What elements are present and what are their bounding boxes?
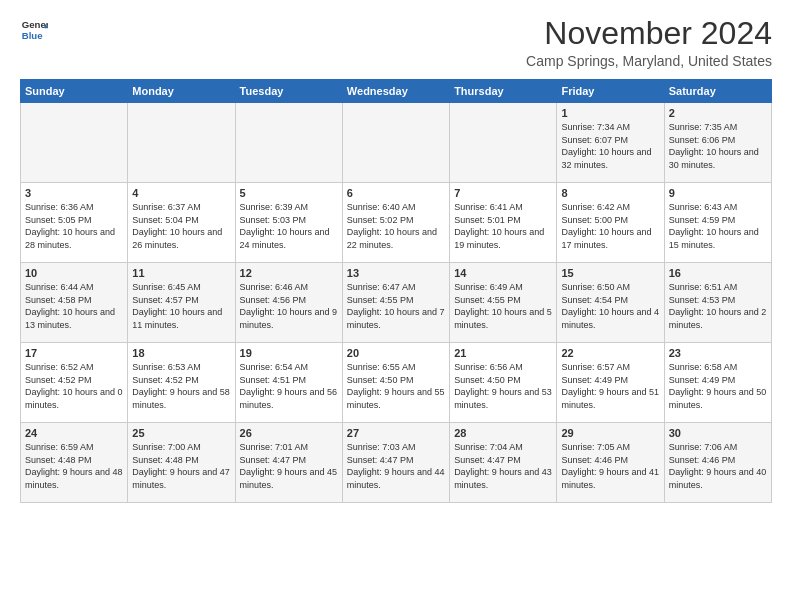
column-header-saturday: Saturday — [664, 80, 771, 103]
header: General Blue November 2024 Camp Springs,… — [20, 16, 772, 69]
calendar-cell: 5Sunrise: 6:39 AMSunset: 5:03 PMDaylight… — [235, 183, 342, 263]
calendar-cell: 7Sunrise: 6:41 AMSunset: 5:01 PMDaylight… — [450, 183, 557, 263]
cell-content: Sunrise: 6:53 AMSunset: 4:52 PMDaylight:… — [132, 361, 230, 411]
cell-line: Sunset: 4:47 PM — [240, 454, 338, 467]
cell-content: Sunrise: 6:47 AMSunset: 4:55 PMDaylight:… — [347, 281, 445, 331]
calendar-cell: 18Sunrise: 6:53 AMSunset: 4:52 PMDayligh… — [128, 343, 235, 423]
cell-line: Sunrise: 6:40 AM — [347, 201, 445, 214]
cell-line: Sunset: 4:55 PM — [347, 294, 445, 307]
calendar-cell: 20Sunrise: 6:55 AMSunset: 4:50 PMDayligh… — [342, 343, 449, 423]
calendar-week-1: 1Sunrise: 7:34 AMSunset: 6:07 PMDaylight… — [21, 103, 772, 183]
day-number: 28 — [454, 427, 552, 439]
cell-content: Sunrise: 6:51 AMSunset: 4:53 PMDaylight:… — [669, 281, 767, 331]
cell-line: Daylight: 9 hours and 51 minutes. — [561, 386, 659, 411]
calendar-page: General Blue November 2024 Camp Springs,… — [0, 0, 792, 519]
cell-line: Daylight: 10 hours and 30 minutes. — [669, 146, 767, 171]
day-number: 10 — [25, 267, 123, 279]
cell-line: Daylight: 9 hours and 48 minutes. — [25, 466, 123, 491]
cell-content: Sunrise: 6:45 AMSunset: 4:57 PMDaylight:… — [132, 281, 230, 331]
calendar-cell: 30Sunrise: 7:06 AMSunset: 4:46 PMDayligh… — [664, 423, 771, 503]
cell-line: Daylight: 9 hours and 45 minutes. — [240, 466, 338, 491]
cell-line: Daylight: 10 hours and 28 minutes. — [25, 226, 123, 251]
cell-line: Daylight: 9 hours and 40 minutes. — [669, 466, 767, 491]
column-header-tuesday: Tuesday — [235, 80, 342, 103]
calendar-header-row: SundayMondayTuesdayWednesdayThursdayFrid… — [21, 80, 772, 103]
cell-line: Daylight: 10 hours and 0 minutes. — [25, 386, 123, 411]
calendar-cell: 19Sunrise: 6:54 AMSunset: 4:51 PMDayligh… — [235, 343, 342, 423]
calendar-cell: 28Sunrise: 7:04 AMSunset: 4:47 PMDayligh… — [450, 423, 557, 503]
column-header-friday: Friday — [557, 80, 664, 103]
calendar-week-3: 10Sunrise: 6:44 AMSunset: 4:58 PMDayligh… — [21, 263, 772, 343]
cell-line: Sunrise: 6:54 AM — [240, 361, 338, 374]
cell-content: Sunrise: 6:42 AMSunset: 5:00 PMDaylight:… — [561, 201, 659, 251]
cell-line: Daylight: 10 hours and 13 minutes. — [25, 306, 123, 331]
calendar-cell: 15Sunrise: 6:50 AMSunset: 4:54 PMDayligh… — [557, 263, 664, 343]
cell-line: Sunset: 4:50 PM — [454, 374, 552, 387]
cell-line: Sunrise: 6:36 AM — [25, 201, 123, 214]
day-number: 8 — [561, 187, 659, 199]
calendar-cell: 17Sunrise: 6:52 AMSunset: 4:52 PMDayligh… — [21, 343, 128, 423]
calendar-cell: 9Sunrise: 6:43 AMSunset: 4:59 PMDaylight… — [664, 183, 771, 263]
day-number: 7 — [454, 187, 552, 199]
calendar-cell: 3Sunrise: 6:36 AMSunset: 5:05 PMDaylight… — [21, 183, 128, 263]
day-number: 22 — [561, 347, 659, 359]
cell-line: Daylight: 9 hours and 56 minutes. — [240, 386, 338, 411]
calendar-cell — [128, 103, 235, 183]
day-number: 16 — [669, 267, 767, 279]
calendar-cell: 27Sunrise: 7:03 AMSunset: 4:47 PMDayligh… — [342, 423, 449, 503]
logo: General Blue — [20, 16, 48, 44]
cell-content: Sunrise: 6:52 AMSunset: 4:52 PMDaylight:… — [25, 361, 123, 411]
day-number: 27 — [347, 427, 445, 439]
cell-line: Sunset: 5:02 PM — [347, 214, 445, 227]
cell-line: Sunrise: 7:04 AM — [454, 441, 552, 454]
calendar-cell — [235, 103, 342, 183]
calendar-cell — [342, 103, 449, 183]
cell-content: Sunrise: 7:34 AMSunset: 6:07 PMDaylight:… — [561, 121, 659, 171]
cell-line: Sunset: 6:06 PM — [669, 134, 767, 147]
day-number: 2 — [669, 107, 767, 119]
cell-line: Sunrise: 7:06 AM — [669, 441, 767, 454]
cell-line: Sunset: 4:49 PM — [669, 374, 767, 387]
cell-line: Sunset: 4:46 PM — [561, 454, 659, 467]
calendar-cell: 26Sunrise: 7:01 AMSunset: 4:47 PMDayligh… — [235, 423, 342, 503]
column-header-monday: Monday — [128, 80, 235, 103]
cell-line: Sunrise: 7:03 AM — [347, 441, 445, 454]
cell-line: Sunset: 4:47 PM — [347, 454, 445, 467]
cell-line: Sunrise: 7:34 AM — [561, 121, 659, 134]
cell-line: Daylight: 9 hours and 41 minutes. — [561, 466, 659, 491]
cell-line: Sunrise: 6:43 AM — [669, 201, 767, 214]
cell-line: Daylight: 10 hours and 24 minutes. — [240, 226, 338, 251]
cell-line: Sunrise: 6:49 AM — [454, 281, 552, 294]
cell-line: Sunset: 4:59 PM — [669, 214, 767, 227]
cell-content: Sunrise: 6:56 AMSunset: 4:50 PMDaylight:… — [454, 361, 552, 411]
cell-content: Sunrise: 7:35 AMSunset: 6:06 PMDaylight:… — [669, 121, 767, 171]
cell-line: Daylight: 10 hours and 26 minutes. — [132, 226, 230, 251]
day-number: 18 — [132, 347, 230, 359]
cell-line: Sunset: 5:00 PM — [561, 214, 659, 227]
cell-content: Sunrise: 6:55 AMSunset: 4:50 PMDaylight:… — [347, 361, 445, 411]
cell-line: Sunrise: 6:41 AM — [454, 201, 552, 214]
cell-line: Daylight: 10 hours and 9 minutes. — [240, 306, 338, 331]
cell-line: Daylight: 9 hours and 44 minutes. — [347, 466, 445, 491]
cell-content: Sunrise: 6:41 AMSunset: 5:01 PMDaylight:… — [454, 201, 552, 251]
cell-line: Sunrise: 6:57 AM — [561, 361, 659, 374]
cell-content: Sunrise: 6:39 AMSunset: 5:03 PMDaylight:… — [240, 201, 338, 251]
day-number: 1 — [561, 107, 659, 119]
cell-line: Daylight: 10 hours and 22 minutes. — [347, 226, 445, 251]
day-number: 6 — [347, 187, 445, 199]
day-number: 30 — [669, 427, 767, 439]
day-number: 15 — [561, 267, 659, 279]
day-number: 13 — [347, 267, 445, 279]
cell-line: Sunrise: 6:56 AM — [454, 361, 552, 374]
calendar-cell: 4Sunrise: 6:37 AMSunset: 5:04 PMDaylight… — [128, 183, 235, 263]
cell-content: Sunrise: 7:00 AMSunset: 4:48 PMDaylight:… — [132, 441, 230, 491]
cell-content: Sunrise: 7:05 AMSunset: 4:46 PMDaylight:… — [561, 441, 659, 491]
cell-line: Sunset: 4:53 PM — [669, 294, 767, 307]
calendar-cell: 29Sunrise: 7:05 AMSunset: 4:46 PMDayligh… — [557, 423, 664, 503]
cell-line: Sunset: 4:46 PM — [669, 454, 767, 467]
cell-line: Sunrise: 6:52 AM — [25, 361, 123, 374]
cell-content: Sunrise: 7:03 AMSunset: 4:47 PMDaylight:… — [347, 441, 445, 491]
calendar-cell: 22Sunrise: 6:57 AMSunset: 4:49 PMDayligh… — [557, 343, 664, 423]
cell-line: Sunrise: 7:05 AM — [561, 441, 659, 454]
calendar-cell: 16Sunrise: 6:51 AMSunset: 4:53 PMDayligh… — [664, 263, 771, 343]
